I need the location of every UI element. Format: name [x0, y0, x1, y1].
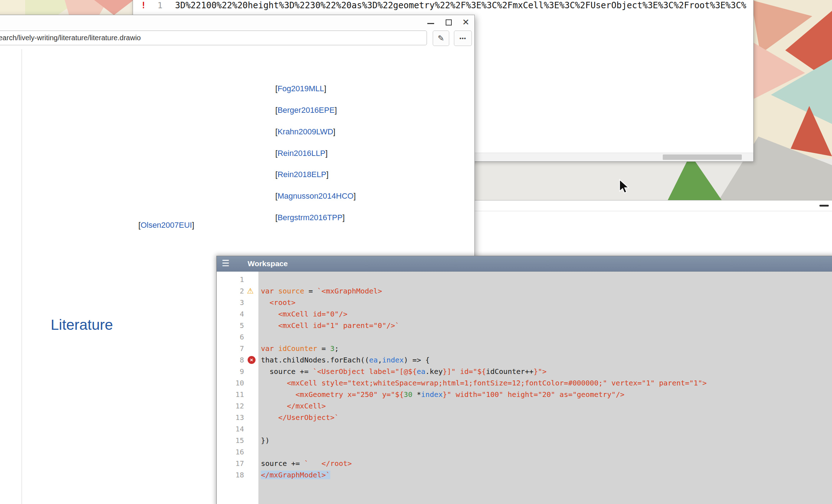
code-line[interactable]: <mxCell id="1" parent="0"/>` — [261, 320, 832, 331]
code-line[interactable]: <mxCell style="text;whiteSpace=wrap;html… — [261, 377, 832, 389]
gutter-row[interactable]: 15 — [217, 435, 258, 446]
editor-line[interactable]: 1 ! 3D%22100%22%20height%3D%2230%22%20as… — [133, 0, 753, 10]
code-line[interactable]: </mxGraphModel>` — [261, 469, 832, 481]
gutter-row[interactable]: 6 — [217, 331, 258, 343]
gutter-row[interactable]: 11 — [217, 389, 258, 400]
gutter-row[interactable]: 16 — [217, 446, 258, 458]
gutter-row[interactable]: 9 — [217, 366, 258, 377]
more-options-button[interactable]: ••• — [454, 31, 472, 46]
code-line[interactable]: }) — [261, 435, 832, 446]
code-line[interactable]: var idCounter = 3; — [261, 343, 832, 354]
citation-link[interactable]: [Berger2016EPE] — [275, 106, 337, 115]
code-line[interactable]: that.childNodes.forEach((ea,index) => { — [261, 354, 832, 366]
warning-icon: ⚠ — [247, 286, 254, 296]
encoded-xml-text: 3D%22100%22%20height%3D%2230%22%20as%3D%… — [175, 0, 746, 10]
gutter-row[interactable]: 2⚠ — [217, 285, 258, 297]
gutter-row[interactable]: 10 — [217, 377, 258, 389]
line-number: 8 — [217, 354, 244, 366]
line-number: 10 — [217, 377, 244, 389]
citation-label: Rein2018ELP — [277, 170, 326, 179]
code-line[interactable]: source += `<UserObject label="[@${ea.key… — [261, 366, 832, 377]
code-line[interactable]: </mxCell> — [261, 400, 832, 412]
minimize-button[interactable] — [426, 18, 436, 27]
gutter-row[interactable]: 18 — [217, 469, 258, 481]
code-line[interactable] — [261, 446, 832, 458]
bracket: ] — [326, 170, 328, 179]
bracket: ] — [335, 106, 337, 115]
gutter-row[interactable]: 12 — [217, 400, 258, 412]
code-line[interactable]: </UserObject>` — [261, 412, 832, 423]
drawio-titlebar[interactable]: ✕ — [0, 15, 474, 31]
gutter-row[interactable]: 3 — [217, 297, 258, 308]
code-line[interactable]: <mxGeometry x="250" y="${30 *index}" wid… — [261, 389, 832, 400]
window-top-bar — [471, 200, 832, 211]
code-line[interactable]: <mxCell id="0"/> — [261, 308, 832, 320]
minimize-icon — [427, 23, 434, 24]
citation-label: Krahn2009LWD — [277, 127, 333, 136]
citation-link[interactable]: [Fog2019MLL] — [275, 84, 326, 93]
bracket: ] — [343, 213, 345, 222]
code-line[interactable]: source += ` </root> — [261, 458, 832, 469]
workspace-code[interactable]: var source = `<mxGraphModel> <root> <mxC… — [258, 272, 832, 504]
citation-label: Berger2016EPE — [277, 106, 335, 115]
line-number: 11 — [217, 389, 244, 400]
menu-icon[interactable]: ☰ — [222, 258, 230, 268]
code-line[interactable]: <root> — [261, 297, 832, 308]
address-input[interactable] — [0, 31, 427, 45]
citation-label: Magnusson2014HCO — [277, 191, 354, 200]
gutter-row[interactable]: 1 — [217, 274, 258, 285]
bracket: ] — [192, 221, 194, 230]
gutter-row[interactable]: 5 — [217, 320, 258, 331]
bracket: ] — [354, 191, 356, 200]
line-number: 18 — [217, 469, 244, 481]
line-number: 5 — [217, 320, 244, 331]
line-number: 3 — [217, 297, 244, 308]
maximize-icon — [446, 19, 452, 26]
window-title: Workspace — [248, 259, 288, 268]
gutter-row[interactable]: 8× — [217, 354, 258, 366]
citation-link[interactable]: [Rein2018ELP] — [275, 170, 328, 179]
citation-link[interactable]: [Magnusson2014HCO] — [275, 191, 356, 201]
bracket: ] — [333, 127, 335, 136]
lint-error-icon: ! — [141, 0, 146, 10]
line-number: 16 — [217, 446, 244, 458]
line-number: 13 — [217, 412, 244, 423]
citation-label: Fog2019MLL — [277, 84, 324, 93]
line-number: 7 — [217, 343, 244, 354]
line-number: 15 — [217, 435, 244, 446]
citation-link[interactable]: [Rein2016LLP] — [275, 149, 328, 158]
gutter-row[interactable]: 4 — [217, 308, 258, 320]
gutter-row[interactable]: 13 — [217, 412, 258, 423]
code-line[interactable] — [261, 331, 832, 343]
gutter-row[interactable]: 17 — [217, 458, 258, 469]
bracket: ] — [325, 149, 327, 158]
edit-button[interactable]: ✎ — [433, 31, 449, 46]
scrollbar-thumb[interactable] — [663, 154, 742, 160]
code-line[interactable] — [261, 274, 832, 285]
citation-link[interactable]: [Krahn2009LWD] — [275, 127, 335, 137]
code-line[interactable]: var source = `<mxGraphModel> — [261, 285, 832, 297]
page-title: Literature — [51, 316, 113, 333]
citation-link[interactable]: [Bergstrm2016TPP] — [275, 213, 345, 222]
maximize-button[interactable] — [444, 18, 454, 27]
code-line[interactable] — [261, 423, 832, 435]
line-number: 1 — [217, 274, 244, 285]
line-number: 12 — [217, 400, 244, 412]
line-number: 4 — [217, 308, 244, 320]
mouse-cursor — [619, 179, 631, 195]
line-number: 6 — [217, 331, 244, 343]
line-number: 17 — [217, 458, 244, 469]
gutter-row[interactable]: 7 — [217, 343, 258, 354]
workspace-window: ☰ Workspace 12⚠345678×910111213141516171… — [216, 256, 832, 504]
minimize-dash-icon[interactable] — [819, 205, 829, 207]
citation-link[interactable]: [Olsen2007EUI] — [138, 221, 194, 230]
canvas-border-line — [22, 49, 22, 504]
line-number: 9 — [217, 366, 244, 377]
workspace-titlebar[interactable]: ☰ Workspace — [217, 256, 832, 272]
citation-label: Bergstrm2016TPP — [277, 213, 343, 222]
gutter-row[interactable]: 14 — [217, 423, 258, 435]
desktop: 1 ! 3D%22100%22%20height%3D%2230%22%20as… — [0, 0, 832, 504]
line-number: 14 — [217, 423, 244, 435]
workspace-gutter: 12⚠345678×9101112131415161718 — [217, 272, 258, 504]
close-button[interactable]: ✕ — [461, 17, 471, 27]
